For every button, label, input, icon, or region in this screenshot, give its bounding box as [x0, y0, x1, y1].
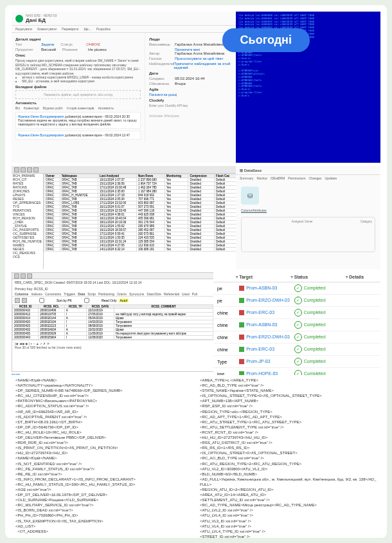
type-label: Тип [15, 42, 41, 46]
desc-heading: Опис [15, 53, 141, 57]
target-row[interactable]: peProm-ERZO-DWH-03Completed [213, 295, 380, 307]
status-badge: Completed [294, 297, 350, 304]
detail-tab[interactable]: Grants [117, 292, 127, 296]
target-link[interactable]: Prom-JP-03 [246, 359, 270, 364]
target-link[interactable]: Prom-ERC-03 [246, 347, 274, 351]
status-badge: Completed [294, 333, 350, 341]
activity-tab-history[interactable]: Історія коментарів [67, 106, 94, 110]
detail-data-grid[interactable]: RCSS_IDRCSS_RCLRCSS_TPRCSS_DATERCSS_COMM… [12, 304, 213, 340]
tool-icon[interactable] [27, 273, 32, 279]
agile-link[interactable]: Показати на дошці [149, 93, 233, 97]
tab-changes[interactable]: Changes [309, 176, 322, 180]
host-icon [239, 310, 244, 315]
filter-icon[interactable]: ▼ [235, 275, 239, 279]
page-title: Дані БД [26, 17, 57, 23]
host-icon [239, 359, 244, 364]
col-target: Target▼ [239, 275, 294, 279]
subtab-columns[interactable]: Column/Attributes [241, 208, 267, 213]
target-row[interactable]: chineProm-ERC-03Completed [213, 307, 380, 319]
table-grid[interactable]: OwnerTablespaceLast AnalyzedNum RowsMoni… [44, 174, 236, 269]
tool-icon[interactable] [14, 167, 19, 172]
detail-tab[interactable]: Referential [164, 292, 179, 296]
tool-icon[interactable] [21, 273, 26, 279]
tab-ide[interactable]: IDEaBRM [271, 176, 285, 180]
tool-icon[interactable] [27, 167, 32, 172]
activity-tab-activity[interactable]: Активність [98, 106, 114, 110]
database-icon: ⛁ [241, 187, 259, 205]
activity-tab-all[interactable]: Всі [15, 106, 20, 110]
updated-label: Обновлено [149, 82, 175, 86]
detail-tab[interactable]: Constraints [45, 292, 61, 296]
target-link[interactable]: Prom-ASBN-03 [246, 322, 277, 327]
detail-tab[interactable]: Stats/Size [147, 292, 161, 296]
status-badge: Completed [294, 309, 350, 317]
xml-viewer: <NAME>Юрій</NAME> <NATIONALITY>українець… [12, 375, 380, 538]
activity-heading: Активність [15, 101, 141, 105]
tool-icon[interactable] [21, 167, 26, 172]
agile-heading: Agile [149, 87, 233, 91]
sortpk-checkbox[interactable] [29, 298, 55, 303]
target-link[interactable]: Prom-ERZO-DWH-03 [246, 335, 290, 339]
filter-icon[interactable]: ▼ [290, 275, 294, 279]
database-panel: ⊞ DataBase Summary Monitor IDEaBRM Permi… [236, 166, 380, 269]
tool-icon[interactable] [33, 167, 39, 172]
detail-tab[interactable]: Triggers [64, 292, 75, 296]
host-icon [239, 347, 244, 352]
target-row[interactable]: peProm-ASBN-03Completed [213, 282, 380, 295]
activity-tab-worklog[interactable]: Журнал робіт [43, 106, 63, 110]
target-link[interactable]: Prom-ERZO-DWH-03 [246, 298, 290, 302]
dev-tab[interactable]: Розробка [96, 27, 111, 31]
target-row[interactable]: chineProm-ERC-03Completed [213, 344, 380, 356]
filter-icon[interactable] [22, 298, 27, 303]
tab-summary[interactable]: Summary [240, 176, 253, 180]
target-link[interactable]: Prom-ASBN-03 [246, 286, 277, 290]
today-badge: Сьогодні [222, 28, 310, 52]
detail-tab[interactable]: Script [87, 292, 96, 296]
detail-tab[interactable]: Columns [15, 292, 28, 296]
table-row[interactable]: 20000004432000025664I12/08/2020Татуюванн… [13, 336, 213, 340]
target-link[interactable]: Prom-ERC-03 [246, 310, 274, 315]
file-dropzone[interactable]: Перенесіть файли, щоб прикріпити, або ог… [15, 90, 141, 99]
created-value: 08.02.2024 16:44 [175, 77, 205, 80]
check-tab[interactable]: Перевірити [62, 27, 78, 31]
detail-tab[interactable]: Used [182, 292, 190, 296]
type-value: Задача [41, 42, 54, 46]
target-row[interactable]: chineProm-ASBN-03Completed [213, 319, 380, 331]
vote-link[interactable]: Проголосувати за цей тікет [175, 57, 223, 60]
tab-updates[interactable]: Updates [325, 176, 337, 180]
dates-heading: Дати [149, 71, 233, 75]
db-toolbar [12, 166, 236, 174]
detail-tab[interactable]: Data [78, 292, 85, 296]
target-row[interactable]: chineProm-ERZO-DWH-03Completed [213, 331, 380, 344]
col-details: Details [349, 275, 377, 279]
detail-tab[interactable]: Indexes [31, 292, 42, 296]
app-logo-icon [15, 15, 23, 23]
table-name[interactable]: OCS [12, 255, 43, 259]
tab-permissions[interactable]: Permissions [288, 176, 305, 180]
detail-pk: Primary Key: RCSS_ID [12, 286, 213, 292]
activity-tab-comments[interactable]: Коментарі [24, 106, 39, 110]
filter-icon[interactable] [15, 298, 20, 303]
detail-tab[interactable]: Poli [192, 292, 197, 296]
db-panel-tabs: Summary Monitor IDEaBRM Permissions Chan… [236, 175, 380, 181]
resolution-value: Не рішено [88, 48, 107, 51]
readonly-checkbox[interactable] [74, 298, 100, 303]
edit-tab[interactable]: Редагувати [15, 27, 32, 31]
watchers-label: Наблюдатели [149, 62, 174, 69]
detail-tab[interactable]: Partitioning [98, 292, 114, 296]
watch-link[interactable]: Припинити наблюдения за этой задачей [174, 62, 233, 69]
desc-text: Прошу надати дані користувача, який ство… [15, 59, 141, 75]
comment-tab[interactable]: Коментувати [37, 27, 57, 31]
tool-icon[interactable] [14, 273, 19, 279]
more-tab[interactable]: Ще... [84, 27, 91, 31]
status-value: ОЧІКУЄ [86, 42, 100, 46]
detail-tab[interactable]: Synonyms [129, 292, 144, 296]
comment-text: Поставлена задача не зрозуміла, якщо пот… [18, 118, 137, 126]
filter-icon[interactable]: ▼ [344, 275, 349, 279]
files-heading: Вкладені файли [15, 85, 141, 89]
table-list[interactable]: RCH_PARAMSRCH_CITRATESRATIONSZORICHESLPN… [12, 174, 44, 269]
comment-author[interactable]: Яценюк Євген Володимирович [18, 133, 64, 137]
table-row[interactable]: ORACORAC_TAB14/11/2024 6:32:14106 689 18… [44, 248, 236, 252]
tab-monitor[interactable]: Monitor [256, 176, 267, 180]
target-row[interactable]: TypeProm-JP-03Completed [213, 356, 380, 368]
